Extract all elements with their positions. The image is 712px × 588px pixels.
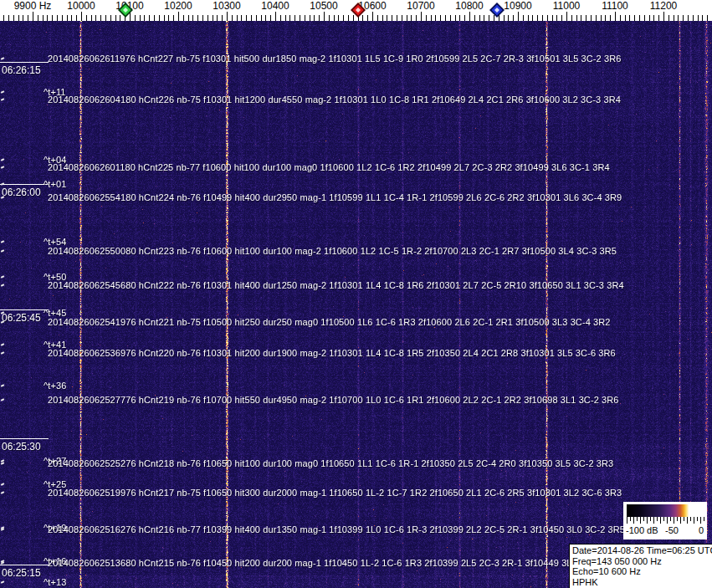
time-tick-line: [0, 438, 49, 439]
freq-minor-tick: [571, 15, 572, 21]
freq-minor-tick: [71, 15, 72, 21]
freq-minor-tick: [213, 15, 213, 21]
freq-major-tick: [566, 12, 567, 21]
freq-minor-tick: [702, 15, 703, 21]
freq-minor-tick: [581, 15, 581, 21]
legend-tick: [684, 517, 684, 521]
freq-minor-tick: [402, 15, 402, 21]
freq-minor-tick: [576, 15, 577, 21]
freq-minor-tick: [289, 15, 290, 21]
freq-minor-tick: [280, 15, 281, 21]
detection-record: 20140826062554180 hCnt224 nb-76 f10499 h…: [48, 192, 622, 202]
detection-record: 20140826062611976 hCnt227 nb-75 f10301 h…: [48, 54, 621, 64]
frequency-axis: 9900 Hz100001010010200103001040010500106…: [0, 0, 712, 21]
detection-record: 20140826062519976 hCnt217 nb-75 f10650 h…: [48, 488, 622, 498]
freq-minor-tick: [596, 15, 597, 21]
freq-minor-tick: [173, 15, 174, 21]
legend-tick: [690, 517, 691, 521]
freq-minor-tick: [392, 15, 392, 21]
time-label: 06:26:00: [2, 187, 41, 198]
freq-label: 10300: [213, 0, 240, 12]
freq-minor-tick: [653, 15, 654, 21]
freq-minor-tick: [649, 15, 650, 21]
freq-minor-tick: [91, 15, 92, 21]
freq-label: 11200: [650, 0, 677, 12]
time-tick-line: [0, 565, 49, 565]
freq-minor-tick: [382, 15, 383, 21]
freq-minor-tick: [62, 15, 63, 21]
green-freq-marker[interactable]: [118, 3, 133, 21]
freq-minor-tick: [57, 15, 58, 21]
freq-label: 11100: [602, 0, 628, 12]
freq-minor-tick: [8, 15, 9, 21]
freq-minor-tick: [135, 15, 136, 21]
freq-minor-tick: [605, 15, 606, 21]
freq-major-tick: [372, 12, 373, 21]
freq-minor-tick: [3, 15, 4, 21]
legend-tick: [647, 517, 648, 524]
freq-minor-tick: [86, 15, 87, 21]
freq-minor-tick: [377, 15, 378, 21]
freq-minor-tick: [338, 15, 339, 21]
freq-minor-tick: [411, 15, 412, 21]
freq-minor-tick: [270, 15, 271, 21]
status-info-box: Date=2014-08-26 Time=06:25 UTC Freq=143 …: [569, 544, 712, 588]
freq-label: 10500: [310, 0, 337, 12]
freq-minor-tick: [586, 15, 587, 21]
freq-minor-tick: [149, 15, 150, 21]
legend-tick: [694, 517, 694, 524]
freq-minor-tick: [634, 15, 635, 21]
freq-minor-tick: [183, 15, 184, 21]
legend-tick: [687, 517, 688, 524]
freq-minor-tick: [387, 15, 387, 21]
freq-minor-tick: [314, 15, 315, 21]
legend-tick: [633, 517, 634, 524]
legend-tick: [700, 517, 701, 524]
freq-minor-tick: [319, 15, 320, 21]
legend-tick: [667, 517, 668, 524]
red-freq-marker[interactable]: [351, 3, 366, 21]
freq-minor-tick: [426, 15, 427, 21]
red-freq-marker-icon: [351, 3, 366, 18]
freq-minor-tick: [698, 15, 699, 21]
freq-minor-tick: [343, 15, 344, 21]
db-colorbar-ticks: [627, 517, 704, 524]
freq-minor-tick: [445, 15, 446, 21]
freq-minor-tick: [192, 15, 193, 21]
freq-minor-tick: [154, 15, 155, 21]
freq-major-tick: [469, 12, 470, 21]
legend-tick: [653, 517, 654, 524]
freq-major-tick: [421, 12, 422, 21]
detection-time-offset: ^t+01: [44, 179, 66, 189]
freq-minor-tick: [140, 15, 141, 21]
legend-tick: [670, 517, 671, 521]
time-label: 06:25:45: [2, 312, 41, 324]
detection-record: 20140826062513680 hCnt215 nb-76 f10450 h…: [48, 558, 592, 568]
db-colorbar: [627, 504, 704, 517]
legend-tick: [640, 517, 641, 524]
info-echo-frequency: Echo=10 600 Hz: [572, 566, 712, 577]
detection-record: 20140826062525276 hCnt218 nb-76 f10650 h…: [48, 458, 613, 468]
freq-minor-tick: [479, 15, 480, 21]
freq-label: 10200: [164, 0, 192, 12]
freq-minor-tick: [159, 15, 160, 21]
legend-tick: [677, 517, 678, 521]
freq-minor-tick: [537, 15, 538, 21]
freq-major-tick: [178, 12, 179, 21]
freq-minor-tick: [644, 15, 645, 21]
freq-minor-tick: [251, 15, 252, 21]
freq-minor-tick: [222, 15, 223, 21]
freq-major-tick: [33, 12, 33, 21]
legend-tick: [630, 517, 631, 521]
freq-minor-tick: [100, 15, 101, 21]
freq-minor-tick: [232, 15, 233, 21]
time-label: 06:25:15: [2, 567, 41, 579]
freq-minor-tick: [202, 15, 203, 21]
freq-minor-tick: [552, 15, 553, 21]
db-colorbar-labels: -100 dB -50 0: [623, 525, 707, 539]
blue-freq-marker-icon: [489, 3, 505, 18]
freq-minor-tick: [484, 15, 484, 21]
blue-freq-marker[interactable]: [489, 3, 505, 21]
spectrogram-waterfall: [0, 21, 712, 588]
freq-minor-tick: [76, 15, 77, 21]
